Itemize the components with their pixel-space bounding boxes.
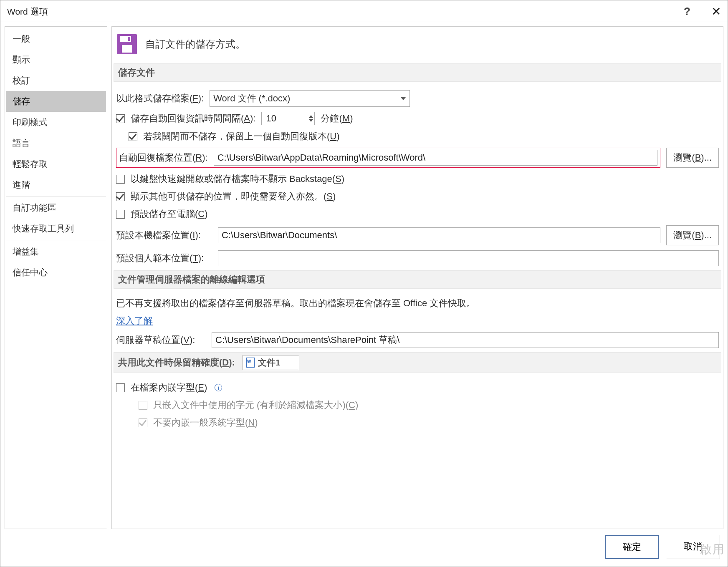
browse-autorecover-button[interactable]: 瀏覽(B)... bbox=[666, 148, 719, 168]
show-other-locations-label: 顯示其他可供儲存的位置，即使需要登入亦然。(S) bbox=[131, 190, 336, 203]
svg-rect-2 bbox=[122, 45, 132, 53]
checkbox-save-to-pc[interactable] bbox=[116, 210, 125, 219]
save-to-pc-label: 預設儲存至電腦(C) bbox=[131, 208, 208, 220]
titlebar: Word 選項 ? ✕ bbox=[0, 0, 728, 22]
format-dropdown[interactable]: Word 文件 (*.docx) bbox=[210, 90, 410, 107]
sidebar-item-language[interactable]: 語言 bbox=[6, 133, 106, 154]
browse-default-location-button[interactable]: 瀏覽(B)... bbox=[666, 225, 719, 245]
sidebar-item-customize-ribbon[interactable]: 自訂功能區 bbox=[6, 197, 106, 218]
autorecover-minutes-spinner[interactable]: 10 bbox=[261, 112, 315, 125]
autorecover-location-input[interactable] bbox=[214, 150, 658, 166]
share-precision-label: 共用此文件時保留精確度(D): bbox=[118, 356, 235, 369]
embed-fonts-label: 在檔案內嵌字型(E) bbox=[131, 381, 207, 394]
format-label: 以此格式儲存檔案(F): bbox=[116, 92, 204, 105]
svg-rect-3 bbox=[128, 37, 130, 41]
minutes-label: 分鐘(M) bbox=[321, 112, 353, 125]
learn-more-link[interactable]: 深入了解 bbox=[116, 315, 153, 327]
server-drafts-input[interactable] bbox=[212, 332, 719, 348]
sidebar-item-addins[interactable]: 增益集 bbox=[6, 241, 106, 262]
default-location-input[interactable] bbox=[218, 227, 660, 243]
document-selector-dropdown[interactable]: 文件1 bbox=[243, 355, 299, 370]
info-icon[interactable]: i bbox=[215, 384, 222, 391]
keep-last-label: 若我關閉而不儲存，保留上一個自動回復版本(U) bbox=[143, 130, 340, 143]
autorecover-label: 儲存自動回復資訊時間間隔(A): bbox=[131, 112, 255, 125]
server-drafts-label: 伺服器草稿位置(V): bbox=[116, 334, 206, 346]
save-icon bbox=[116, 33, 138, 55]
chevron-down-icon bbox=[400, 97, 406, 100]
checkbox-no-backstage[interactable] bbox=[116, 175, 125, 184]
autorecover-location-highlight: 自動回復檔案位置(R): bbox=[116, 148, 660, 168]
help-button[interactable]: ? bbox=[684, 5, 690, 18]
autorecover-location-label: 自動回復檔案位置(R): bbox=[119, 151, 208, 164]
no-system-fonts-label: 不要內嵌一般系統字型(N) bbox=[153, 416, 258, 429]
template-location-input[interactable] bbox=[218, 250, 719, 266]
section-offline-editing: 文件管理伺服器檔案的離線編輯選項 bbox=[114, 270, 721, 289]
offline-note: 已不再支援將取出的檔案儲存至伺服器草稿。取出的檔案現在會儲存至 Office 文… bbox=[116, 297, 475, 310]
sidebar-item-display[interactable]: 顯示 bbox=[6, 49, 106, 70]
close-button[interactable]: ✕ bbox=[711, 5, 721, 18]
checkbox-only-used-chars bbox=[139, 401, 147, 410]
section-share-precision: 共用此文件時保留精確度(D): 文件1 bbox=[114, 352, 721, 373]
main-panel: 自訂文件的儲存方式。 儲存文件 以此格式儲存檔案(F): Word 文件 (*.… bbox=[111, 26, 723, 529]
checkbox-show-other-locations[interactable] bbox=[116, 192, 125, 201]
sidebar-item-general[interactable]: 一般 bbox=[6, 28, 106, 49]
dialog-footer: 啟用 確定 取消 bbox=[0, 529, 728, 567]
cancel-button[interactable]: 取消 bbox=[666, 535, 720, 559]
checkbox-autorecover[interactable] bbox=[116, 114, 125, 123]
sidebar-item-typography[interactable]: 印刷樣式 bbox=[6, 112, 106, 133]
sidebar-item-proofing[interactable]: 校訂 bbox=[6, 70, 106, 91]
word-document-icon bbox=[246, 358, 255, 368]
checkbox-embed-fonts[interactable] bbox=[116, 383, 125, 392]
ok-button[interactable]: 確定 bbox=[605, 535, 659, 559]
dialog-body: 一般 顯示 校訂 儲存 印刷樣式 語言 輕鬆存取 進階 自訂功能區 快速存取工具… bbox=[0, 22, 728, 529]
dialog-title: Word 選項 bbox=[7, 6, 48, 18]
sidebar: 一般 顯示 校訂 儲存 印刷樣式 語言 輕鬆存取 進階 自訂功能區 快速存取工具… bbox=[5, 26, 107, 529]
sidebar-item-save[interactable]: 儲存 bbox=[6, 91, 106, 112]
page-heading: 自訂文件的儲存方式。 bbox=[145, 38, 245, 51]
sidebar-item-quick-access[interactable]: 快速存取工具列 bbox=[6, 218, 106, 239]
checkbox-no-system-fonts bbox=[139, 418, 147, 427]
template-location-label: 預設個人範本位置(T): bbox=[116, 252, 212, 265]
no-backstage-label: 以鍵盤快速鍵開啟或儲存檔案時不顯示 Backstage(S) bbox=[131, 173, 344, 185]
sidebar-item-advanced[interactable]: 進階 bbox=[6, 174, 106, 195]
checkbox-keep-last-autosave[interactable] bbox=[129, 132, 137, 141]
default-location-label: 預設本機檔案位置(I): bbox=[116, 229, 212, 242]
sidebar-item-trust-center[interactable]: 信任中心 bbox=[6, 262, 106, 283]
sidebar-item-ease-of-access[interactable]: 輕鬆存取 bbox=[6, 154, 106, 174]
section-save-documents: 儲存文件 bbox=[114, 63, 721, 82]
only-used-chars-label: 只嵌入文件中使用的字元 (有利於縮減檔案大小)(C) bbox=[153, 399, 358, 411]
word-options-dialog: Word 選項 ? ✕ 一般 顯示 校訂 儲存 印刷樣式 語言 輕鬆存取 進階 … bbox=[0, 0, 728, 567]
